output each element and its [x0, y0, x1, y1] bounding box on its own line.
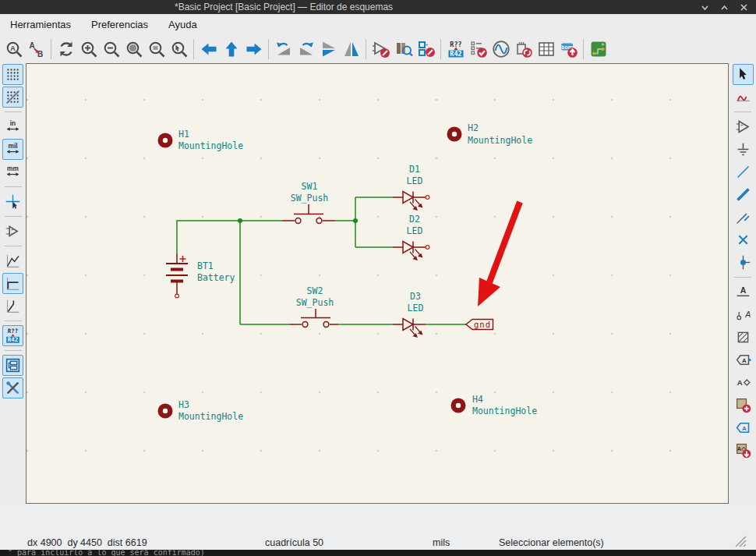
grid-button[interactable]: [2, 64, 23, 85]
erc-icon: [469, 40, 488, 58]
value-sw2[interactable]: SW_Push: [296, 297, 334, 308]
component-bt1[interactable]: BT1 Battery: [166, 253, 235, 298]
component-sw2[interactable]: SW2 SW_Push: [290, 285, 338, 327]
component-h4[interactable]: H4 MountingHole: [451, 394, 538, 416]
component-h1[interactable]: H1 MountingHole: [158, 129, 244, 151]
nav-forward-button[interactable]: [242, 37, 265, 60]
edit-symbols-button[interactable]: [415, 37, 437, 60]
menu-herramientas[interactable]: Herramientas: [0, 16, 81, 33]
zoom-selection-button[interactable]: [168, 37, 190, 60]
value-h4[interactable]: MountingHole: [472, 405, 537, 416]
component-sw1[interactable]: SW1 SW_Push: [282, 181, 335, 223]
mirror-horizontal-button[interactable]: [340, 37, 362, 60]
ref-h4[interactable]: H4: [472, 394, 483, 405]
zoom-out-button[interactable]: [100, 37, 122, 60]
highlight-net-button[interactable]: [733, 87, 754, 108]
units-inches-button[interactable]: in: [2, 116, 23, 137]
directive-label-button[interactable]: A: [733, 304, 754, 325]
generate-bom-button[interactable]: bom: [557, 37, 580, 60]
nav-up-button[interactable]: [220, 37, 242, 60]
symbol-editor-button[interactable]: [369, 37, 392, 60]
window-maximize-button[interactable]: [718, 1, 730, 13]
draw-wire-button[interactable]: [733, 161, 754, 182]
sheet-pin-button[interactable]: A: [733, 417, 754, 438]
draw-bus-button[interactable]: [733, 184, 754, 205]
find-button[interactable]: A: [2, 37, 25, 60]
value-h1[interactable]: MountingHole: [178, 140, 243, 151]
window-minimize-button[interactable]: [698, 1, 711, 13]
bus-wire-entry-button[interactable]: [733, 207, 754, 228]
svg-text:A: A: [741, 425, 746, 432]
full-crosshair-button[interactable]: [2, 191, 23, 212]
hierarchical-label-button[interactable]: A: [733, 372, 754, 393]
window-close-button[interactable]: [737, 1, 750, 13]
schematic-canvas[interactable]: BT1 Battery SW1 SW_Push: [26, 63, 729, 504]
value-h2[interactable]: MountingHole: [468, 135, 532, 146]
mirror-vertical-button[interactable]: [317, 37, 340, 60]
grid-overrides-button[interactable]: [2, 87, 23, 108]
zoom-in-button[interactable]: [77, 37, 100, 60]
global-label-gnd[interactable]: gnd: [466, 320, 493, 330]
component-d2[interactable]: D2 LED: [393, 214, 429, 260]
component-d3[interactable]: D3 LED: [393, 291, 426, 338]
hierarchy-navigator-button[interactable]: [2, 355, 23, 376]
properties-panel-button[interactable]: [2, 377, 23, 398]
symbol-browser-button[interactable]: [392, 37, 415, 60]
rule-area-button[interactable]: [733, 327, 754, 348]
place-symbol-button[interactable]: +: [733, 116, 754, 137]
symbol-fields-table-button[interactable]: [535, 37, 557, 60]
status-coords: dx 4900 dy 4450 dist 6619: [27, 537, 147, 548]
pcb-editor-button[interactable]: [587, 37, 609, 60]
units-mm-button[interactable]: mm: [2, 161, 23, 182]
rotate-cw-button[interactable]: [295, 37, 317, 60]
ref-sw2[interactable]: SW2: [307, 285, 323, 296]
rotate-ccw-button[interactable]: [272, 37, 295, 60]
value-h3[interactable]: MountingHole: [178, 411, 243, 422]
zoom-objects-button[interactable]: [145, 37, 168, 60]
component-d1[interactable]: D1 LED: [393, 164, 429, 211]
units-mils-button[interactable]: mil: [2, 139, 23, 160]
ref-d3[interactable]: D3: [410, 291, 421, 302]
nav-back-button[interactable]: [197, 37, 220, 60]
svg-text:R42: R42: [450, 50, 461, 58]
hv-wires-button[interactable]: [2, 273, 23, 294]
refresh-view-button[interactable]: [55, 37, 77, 60]
hidden-pins-button[interactable]: +-: [2, 221, 23, 242]
junction-button[interactable]: [733, 252, 754, 273]
ref-bt1[interactable]: BT1: [197, 260, 214, 271]
ref-h3[interactable]: H3: [178, 399, 189, 410]
zoom-fit-button[interactable]: [122, 37, 145, 60]
value-d3[interactable]: LED: [408, 303, 424, 313]
rotate-cw-icon: [297, 40, 316, 58]
ref-sw1[interactable]: SW1: [302, 181, 318, 192]
import-sheet-pins-button[interactable]: A◇: [733, 440, 754, 461]
global-label-button[interactable]: A: [733, 349, 754, 370]
value-sw1[interactable]: SW_Push: [291, 193, 328, 204]
erc-button[interactable]: [467, 37, 489, 60]
component-h2[interactable]: H2 MountingHole: [447, 122, 533, 146]
select-tool-button[interactable]: [733, 64, 754, 85]
assign-footprints-button[interactable]: [512, 37, 535, 60]
resize-grip[interactable]: [733, 533, 747, 547]
value-d1[interactable]: LED: [407, 175, 423, 186]
ref-h1[interactable]: H1: [178, 129, 189, 140]
hierarchical-sheet-button[interactable]: [733, 395, 754, 416]
no-connect-button[interactable]: [733, 229, 754, 250]
annotate-button[interactable]: R??R42: [444, 37, 467, 60]
wires-45-button[interactable]: [2, 296, 23, 317]
simulator-button[interactable]: [489, 37, 512, 60]
net-label-button[interactable]: A: [733, 282, 754, 303]
ref-d1[interactable]: D1: [409, 164, 420, 175]
menu-ayuda[interactable]: Ayuda: [158, 16, 207, 33]
value-bt1[interactable]: Battery: [197, 272, 235, 283]
value-d2[interactable]: LED: [407, 225, 423, 236]
window-title: *Basic Project [Basic Project] — Editor …: [175, 2, 393, 12]
ref-h2[interactable]: H2: [468, 122, 479, 133]
place-power-button[interactable]: [733, 139, 754, 160]
component-h3[interactable]: H3 MountingHole: [158, 399, 244, 422]
find-replace-button[interactable]: AB: [25, 37, 48, 60]
free-angle-wires-button[interactable]: [2, 250, 23, 271]
annotate-toggle-button[interactable]: R??R42: [2, 325, 23, 346]
ref-d2[interactable]: D2: [409, 214, 420, 225]
menu-preferencias[interactable]: Preferencias: [81, 16, 158, 33]
